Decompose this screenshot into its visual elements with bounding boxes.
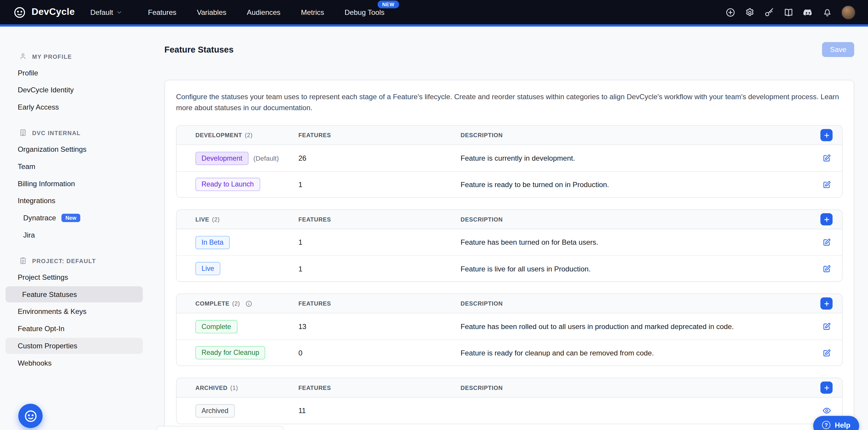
nav-actions <box>725 5 855 19</box>
sidebar-item-dynatrace[interactable]: DynatraceNew <box>6 210 143 226</box>
org-selector[interactable]: Default <box>90 8 123 16</box>
notifications-bell-icon <box>822 7 832 17</box>
features-column-header: FEATURES <box>298 385 460 391</box>
bottom-panel-edge <box>157 426 283 430</box>
edit-icon <box>822 322 831 331</box>
sidebar-item-devcycle-identity[interactable]: DevCycle Identity <box>6 82 143 98</box>
feature-statuses-card: Configure the statuses your team uses to… <box>164 80 854 430</box>
nav-menu: FeaturesVariablesAudiencesMetricsDebug T… <box>148 8 385 16</box>
sidebar-section-project-default: PROJECT: DEFAULT <box>19 256 143 265</box>
discord-button[interactable] <box>803 7 813 17</box>
togglebot-icon <box>23 408 38 423</box>
org-selector-label: Default <box>90 8 113 16</box>
api-key-button[interactable] <box>764 7 774 17</box>
documentation-book-icon <box>783 7 794 17</box>
nav-item-variables[interactable]: Variables <box>197 8 226 16</box>
sidebar-item-profile[interactable]: Profile <box>6 65 143 81</box>
edit-icon <box>822 154 831 163</box>
main-content: Feature Statuses Save Configure the stat… <box>151 27 868 430</box>
features-column-header: FEATURES <box>298 132 460 139</box>
edit-status-button[interactable] <box>821 321 832 332</box>
sidebar-nav: MY PROFILEProfileDevCycle IdentityEarly … <box>0 52 151 371</box>
group-name: DEVELOPMENT <box>195 132 242 139</box>
top-navbar: DevCycle Default FeaturesVariablesAudien… <box>0 0 868 24</box>
page-title: Feature Statuses <box>164 44 234 55</box>
status-row-ready-for-cleanup: Ready for Cleanup0Feature is ready for c… <box>177 340 842 366</box>
shell: MY PROFILEProfileDevCycle IdentityEarly … <box>0 27 868 430</box>
sidebar-section-title: DVC INTERNAL <box>32 129 81 136</box>
togglebot-icon <box>13 5 27 19</box>
group-count: (1) <box>230 385 238 391</box>
edit-icon <box>822 348 831 358</box>
group-title: COMPLETE(2) <box>195 300 298 307</box>
default-suffix: (Default) <box>253 154 279 162</box>
status-groups: DEVELOPMENT(2)FEATURESDESCRIPTIONDevelop… <box>176 125 842 424</box>
documentation-book-button[interactable] <box>783 7 794 17</box>
add-status-button[interactable] <box>820 213 833 225</box>
plus-icon <box>823 300 830 307</box>
feature-count: 1 <box>298 265 460 273</box>
sidebar-item-feature-statuses[interactable]: Feature Statuses <box>6 286 143 302</box>
help-button[interactable]: ? Help <box>813 416 859 430</box>
edit-status-button[interactable] <box>821 237 832 248</box>
devcycle-logo[interactable]: DevCycle <box>13 5 75 19</box>
sidebar-item-webhooks[interactable]: Webhooks <box>6 355 143 371</box>
sidebar-item-billing-information[interactable]: Billing Information <box>6 176 143 191</box>
notifications-bell-button[interactable] <box>822 7 832 17</box>
new-badge: NEW <box>378 0 399 8</box>
status-group-complete: COMPLETE(2)FEATURESDESCRIPTIONComplete13… <box>176 294 842 366</box>
status-row-ready-to-launch: Ready to Launch1Feature is ready to be t… <box>177 171 842 197</box>
status-description: Feature is currently in development. <box>461 154 811 162</box>
status-description: Feature has been turned on for Beta user… <box>461 238 811 246</box>
sidebar-item-feature-opt-in[interactable]: Feature Opt-In <box>6 321 143 337</box>
sidebar-item-organization-settings[interactable]: Organization Settings <box>6 141 143 157</box>
edit-status-button[interactable] <box>821 263 832 274</box>
sidebar-item-early-access[interactable]: Early Access <box>6 99 143 115</box>
chevron-down-icon <box>116 9 123 16</box>
nav-item-debug-tools[interactable]: Debug ToolsNEW <box>345 8 384 16</box>
status-row-in-beta: In Beta1Feature has been turned on for B… <box>177 229 842 256</box>
description-column-header: DESCRIPTION <box>461 216 811 223</box>
add-status-button[interactable] <box>820 381 833 394</box>
sidebar-item-integrations[interactable]: Integrations <box>6 193 143 209</box>
nav-item-audiences[interactable]: Audiences <box>247 8 281 16</box>
sidebar-section-dvc-internal: DVC INTERNAL <box>19 129 143 137</box>
user-avatar[interactable] <box>841 5 855 19</box>
group-header: COMPLETE(2)FEATURESDESCRIPTION <box>177 294 842 314</box>
nav-item-metrics[interactable]: Metrics <box>301 8 324 16</box>
edit-status-button[interactable] <box>821 152 832 164</box>
sidebar-item-project-settings[interactable]: Project Settings <box>6 269 143 285</box>
sidebar-item-custom-properties[interactable]: Custom Properties <box>6 338 143 354</box>
status-badge: Live <box>195 262 220 276</box>
status-badge: Archived <box>195 404 235 418</box>
edit-status-button[interactable] <box>821 347 832 359</box>
sidebar-item-label: Profile <box>18 69 38 77</box>
sidebar-item-jira[interactable]: Jira <box>6 227 143 243</box>
nav-item-label: Audiences <box>247 8 281 16</box>
sidebar-item-team[interactable]: Team <box>6 158 143 174</box>
settings-gear-button[interactable] <box>745 7 755 17</box>
sidebar-item-label: Dynatrace <box>23 214 56 222</box>
nav-item-features[interactable]: Features <box>148 8 177 16</box>
nav-item-label: Debug Tools <box>345 8 384 16</box>
status-badge: In Beta <box>195 236 229 249</box>
group-count: (2) <box>212 216 220 223</box>
add-status-button[interactable] <box>820 298 833 310</box>
devcycle-bot-button[interactable] <box>19 404 43 428</box>
view-status-button[interactable] <box>821 405 832 417</box>
status-group-live: LIVE(2)FEATURESDESCRIPTIONIn Beta1Featur… <box>176 209 842 282</box>
sidebar-section-title: MY PROFILE <box>32 53 72 59</box>
add-status-button[interactable] <box>820 129 833 141</box>
save-button[interactable]: Save <box>822 42 854 57</box>
group-title: ARCHIVED(1) <box>195 385 298 391</box>
edit-status-button[interactable] <box>821 179 832 190</box>
question-icon: ? <box>822 421 830 429</box>
nav-item-label: Metrics <box>301 8 324 16</box>
sidebar-section-my-profile: MY PROFILE <box>19 52 143 60</box>
sidebar-item-label: Feature Opt-In <box>18 325 65 333</box>
feature-count: 1 <box>298 238 460 246</box>
sidebar-item-environments-keys[interactable]: Environments & Keys <box>6 304 143 319</box>
add-circle-button[interactable] <box>725 7 736 17</box>
app: DevCycle Default FeaturesVariablesAudien… <box>0 0 868 430</box>
sidebar-item-label: Webhooks <box>18 359 52 367</box>
